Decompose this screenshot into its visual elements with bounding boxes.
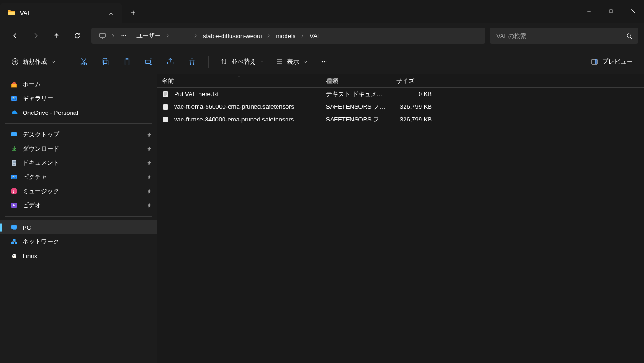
separator xyxy=(208,56,209,68)
sidebar-item-video[interactable]: ビデオ xyxy=(0,198,157,212)
up-button[interactable] xyxy=(47,26,66,45)
pin-icon xyxy=(146,146,152,152)
view-button[interactable]: 表示 xyxy=(271,53,312,71)
file-list[interactable]: Put VAE here.txt テキスト ドキュメント 0 KBvae-ft-… xyxy=(157,88,644,363)
breadcrumb-segment[interactable]: ユーザー xyxy=(132,28,166,44)
sidebar-item-linux[interactable]: Linux xyxy=(0,249,157,263)
dots-icon xyxy=(320,58,328,65)
new-tab-button[interactable] xyxy=(122,3,144,23)
desktop-icon xyxy=(10,131,18,138)
back-button[interactable] xyxy=(6,26,24,45)
refresh-icon xyxy=(73,32,81,40)
titlebar-drag-area[interactable] xyxy=(144,0,578,23)
column-header-name[interactable]: 名前 xyxy=(157,74,321,87)
separator xyxy=(67,56,67,68)
search-box[interactable] xyxy=(490,28,638,44)
rename-button[interactable] xyxy=(139,53,159,71)
sort-icon xyxy=(220,58,228,65)
breadcrumb-segment[interactable]: models xyxy=(271,28,300,44)
close-icon xyxy=(108,10,114,16)
delete-button[interactable] xyxy=(182,53,202,71)
breadcrumb-overflow[interactable] xyxy=(116,28,132,44)
column-header-type[interactable]: 種類 xyxy=(321,74,391,87)
breadcrumb-label: ユーザー xyxy=(136,32,161,40)
cut-button[interactable] xyxy=(74,53,94,71)
sort-button[interactable]: 並べ替え xyxy=(215,53,269,71)
breadcrumb-segment[interactable]: stable-diffusion-webui xyxy=(198,28,267,44)
file-type: SAFETENSORS ファ... xyxy=(321,115,391,124)
sidebar-item-label: ダウンロード xyxy=(23,145,59,153)
window-maximize-button[interactable] xyxy=(600,0,622,23)
file-type: テキスト ドキュメント xyxy=(321,90,391,98)
separator xyxy=(5,123,152,124)
share-button[interactable] xyxy=(160,53,180,71)
pin-icon xyxy=(146,132,152,137)
pin-icon xyxy=(146,160,152,166)
file-size: 326,799 KB xyxy=(391,116,437,123)
paste-button[interactable] xyxy=(117,53,137,71)
file-row[interactable]: vae-ft-ema-560000-ema-pruned.safetensors… xyxy=(157,100,644,113)
sidebar-item-home[interactable]: ホーム xyxy=(0,77,157,91)
download-icon xyxy=(10,145,18,153)
view-label: 表示 xyxy=(287,57,299,66)
breadcrumb-root[interactable] xyxy=(94,28,111,44)
sidebar-item-network[interactable]: ネットワーク xyxy=(0,234,157,249)
share-icon xyxy=(166,57,175,66)
dots-icon xyxy=(120,32,127,39)
gallery-icon xyxy=(10,95,18,102)
file-icon xyxy=(162,103,169,111)
preview-button[interactable]: プレビュー xyxy=(586,53,637,71)
pc-icon xyxy=(10,224,18,231)
sidebar-item-download[interactable]: ダウンロード xyxy=(0,142,157,156)
folder-icon xyxy=(8,9,15,16)
forward-icon xyxy=(32,32,40,40)
sidebar-item-label: ピクチャ xyxy=(23,173,47,181)
sidebar-item-document[interactable]: ドキュメント xyxy=(0,156,157,170)
close-icon xyxy=(630,8,636,14)
window-close-button[interactable] xyxy=(622,0,644,23)
chevron-down-icon xyxy=(51,59,56,64)
sidebar-item-desktop[interactable]: デスクトップ xyxy=(0,128,157,142)
chevron-right-icon xyxy=(300,33,305,38)
pin-icon xyxy=(146,188,152,194)
chevron-right-icon xyxy=(193,33,198,38)
copy-button[interactable] xyxy=(95,53,115,71)
back-icon xyxy=(11,32,19,40)
breadcrumb-segment[interactable]: VAE xyxy=(305,28,326,44)
tab-close-button[interactable] xyxy=(106,8,116,17)
sidebar-item-pc[interactable]: PC xyxy=(0,220,157,234)
chevron-right-icon xyxy=(266,33,271,38)
copy-icon xyxy=(101,57,110,66)
plus-icon xyxy=(130,9,136,16)
sidebar-item-label: ホーム xyxy=(23,80,41,89)
trash-icon xyxy=(188,57,196,66)
toolbar: 新規作成 並べ替え 表示 プレビュー xyxy=(0,49,644,74)
sidebar-item-onedrive[interactable]: OneDrive - Personal xyxy=(0,105,157,120)
breadcrumb-bar[interactable]: ユーザー stable-diffusion-webuimodelsVAE xyxy=(91,28,485,44)
onedrive-icon xyxy=(10,109,18,116)
column-headers: 名前 種類 サイズ xyxy=(157,74,644,88)
chevron-right-icon xyxy=(166,33,170,38)
sidebar-item-gallery[interactable]: ギャラリー xyxy=(0,91,157,105)
sidebar: ホーム ギャラリー OneDrive - Personal デスクトップ ダウン… xyxy=(0,74,157,363)
column-header-size[interactable]: サイズ xyxy=(391,74,437,87)
file-row[interactable]: Put VAE here.txt テキスト ドキュメント 0 KB xyxy=(157,88,644,100)
breadcrumb-segment[interactable] xyxy=(170,28,193,44)
chevron-down-icon xyxy=(303,59,308,64)
sidebar-item-music[interactable]: ミュージック xyxy=(0,184,157,198)
pc-icon xyxy=(99,32,106,40)
more-button[interactable] xyxy=(314,53,334,71)
file-type: SAFETENSORS ファ... xyxy=(321,103,391,111)
file-row[interactable]: vae-ft-mse-840000-ema-pruned.safetensors… xyxy=(157,113,644,126)
forward-button[interactable] xyxy=(26,26,45,45)
window-minimize-button[interactable] xyxy=(578,0,600,23)
breadcrumb-label: VAE xyxy=(310,32,321,40)
sidebar-item-gallery[interactable]: ピクチャ xyxy=(0,170,157,184)
tab-current[interactable]: VAE xyxy=(0,3,122,23)
search-input[interactable] xyxy=(495,32,622,40)
sidebar-item-label: ビデオ xyxy=(23,201,41,210)
sort-label: 並べ替え xyxy=(231,57,256,66)
new-button[interactable]: 新規作成 xyxy=(7,53,60,71)
refresh-button[interactable] xyxy=(68,26,87,45)
preview-icon xyxy=(591,58,598,65)
